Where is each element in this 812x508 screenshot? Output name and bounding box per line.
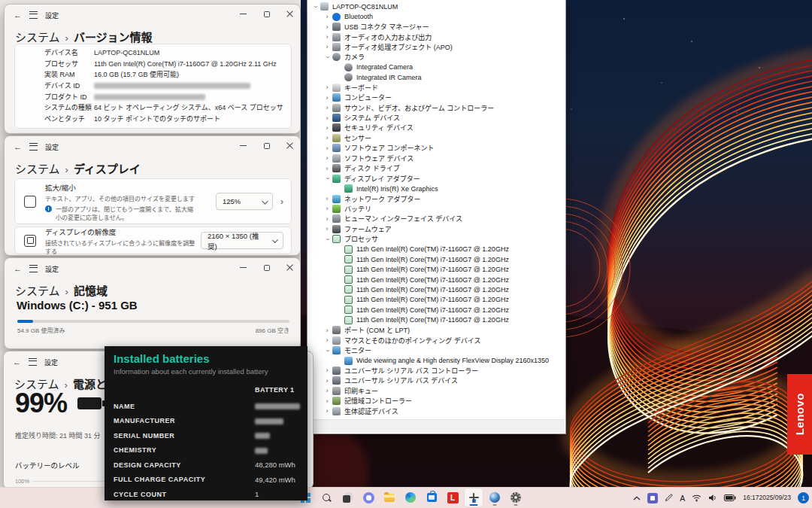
device-tree-item[interactable]: LAPTOP-QC81NLUM — [308, 2, 565, 11]
device-tree-item[interactable]: Bluetooth — [308, 11, 565, 21]
back-icon[interactable]: ← — [14, 143, 22, 151]
device-tree-item[interactable]: ネットワーク アダプター — [308, 193, 565, 203]
expand-chevron-icon[interactable] — [323, 367, 331, 374]
menu-icon[interactable] — [29, 143, 38, 151]
search-button[interactable] — [317, 488, 335, 506]
device-tree-item[interactable]: サウンド、ビデオ、およびゲーム コントローラー — [308, 102, 565, 112]
nav-chevron-icon[interactable]: › — [280, 196, 283, 207]
device-tree-item[interactable]: ソフトウェア デバイス — [308, 154, 565, 163]
device-tree-item[interactable]: Intel(R) Iris(R) Xe Graphics — [308, 184, 565, 193]
device-tree-item[interactable]: プロセッサ — [308, 234, 565, 244]
device-tree-item[interactable]: USB コネクタ マネージャー — [308, 22, 565, 32]
ime-indicator[interactable]: A — [680, 494, 685, 503]
notification-badge[interactable]: 1 — [798, 492, 809, 503]
back-icon[interactable]: ← — [13, 358, 21, 366]
chat-button[interactable] — [359, 488, 377, 506]
lenovo-button[interactable]: L — [444, 488, 462, 506]
minimize-button[interactable] — [239, 263, 247, 272]
device-tree-item[interactable]: ソフトウェア コンポーネント — [308, 143, 565, 153]
expand-chevron-icon[interactable] — [323, 175, 331, 182]
device-tree-item[interactable]: Integrated Camera — [308, 62, 565, 72]
device-tree-item[interactable]: ディスク ドライブ — [308, 163, 565, 173]
explorer-button[interactable] — [380, 488, 398, 506]
expand-chevron-icon[interactable] — [323, 33, 331, 41]
menu-icon[interactable] — [29, 358, 37, 366]
menu-icon[interactable] — [29, 265, 38, 272]
device-tree-item[interactable]: ファームウェア — [308, 224, 565, 234]
resolution-dropdown[interactable]: 2160 × 1350 (推奨) — [201, 232, 283, 249]
device-tree-item[interactable]: キーボード — [308, 83, 565, 93]
expand-chevron-icon[interactable] — [323, 144, 331, 152]
snip-button[interactable] — [465, 488, 483, 506]
expand-chevron-icon[interactable] — [323, 23, 331, 31]
scale-dropdown[interactable]: 125% — [216, 193, 273, 210]
device-tree-item[interactable]: 11th Gen Intel(R) Core(TM) i7-1160G7 @ 1… — [308, 245, 565, 254]
device-tree-item[interactable]: 生体認証デバイス — [308, 406, 565, 416]
maximize-button[interactable] — [262, 263, 271, 272]
expand-chevron-icon[interactable] — [323, 407, 331, 415]
expand-chevron-icon[interactable] — [323, 124, 331, 132]
expand-chevron-icon[interactable] — [323, 327, 331, 334]
edge-button[interactable] — [401, 488, 420, 506]
volume-icon[interactable] — [708, 494, 717, 502]
device-tree-item[interactable]: 11th Gen Intel(R) Core(TM) i7-1160G7 @ 1… — [308, 295, 565, 305]
back-icon[interactable]: ← — [14, 11, 22, 19]
device-tree-item[interactable]: モニター — [308, 345, 565, 355]
expand-chevron-icon[interactable] — [323, 94, 331, 102]
device-tree-item[interactable]: ポート (COM と LPT) — [308, 325, 565, 335]
device-tree-item[interactable]: センサー — [308, 133, 565, 143]
menu-icon[interactable] — [29, 11, 38, 19]
device-tree-item[interactable]: 11th Gen Intel(R) Core(TM) i7-1160G7 @ 1… — [308, 315, 565, 325]
expand-chevron-icon[interactable] — [311, 3, 319, 11]
device-tree-item[interactable]: ヒューマン インターフェイス デバイス — [308, 214, 565, 224]
device-tree-item[interactable]: オーディオの入力および出力 — [308, 32, 565, 41]
breadcrumb-root[interactable]: システム — [15, 160, 60, 176]
device-tree-item[interactable]: 11th Gen Intel(R) Core(TM) i7-1160G7 @ 1… — [308, 254, 565, 264]
device-tree-item[interactable]: ディスプレイ アダプター — [308, 173, 565, 183]
device-tree-item[interactable]: システム デバイス — [308, 113, 565, 123]
device-tree-item[interactable]: セキュリティ デバイス — [308, 123, 565, 132]
expand-chevron-icon[interactable] — [323, 104, 331, 111]
device-tree-item[interactable]: コンピューター — [308, 93, 565, 102]
close-button[interactable] — [286, 141, 294, 150]
store-button[interactable] — [423, 488, 441, 506]
expand-chevron-icon[interactable] — [323, 195, 331, 202]
device-tree-item[interactable]: 記憶域コントローラー — [308, 396, 565, 406]
expand-chevron-icon[interactable] — [323, 165, 331, 172]
maximize-button[interactable] — [262, 10, 271, 18]
device-tree-item[interactable]: Wide viewing angle & High density FlexVi… — [308, 355, 565, 365]
taskview-button[interactable] — [338, 488, 356, 506]
minimize-button[interactable] — [239, 10, 247, 18]
minimize-button[interactable] — [239, 141, 247, 150]
battery-tray-icon[interactable] — [724, 494, 736, 501]
taskbar-clock[interactable]: 16:17 2025/09/23 — [743, 494, 791, 502]
device-tree-item[interactable]: バッテリ — [308, 204, 565, 214]
expand-chevron-icon[interactable] — [323, 154, 331, 162]
pen-tray-icon[interactable] — [665, 494, 673, 502]
expand-chevron-icon[interactable] — [323, 387, 331, 394]
breadcrumb-root[interactable]: システム — [15, 282, 60, 298]
expand-chevron-icon[interactable] — [323, 336, 331, 344]
close-button[interactable] — [286, 10, 294, 18]
device-tree-item[interactable]: 11th Gen Intel(R) Core(TM) i7-1160G7 @ 1… — [308, 264, 565, 274]
expand-chevron-icon[interactable] — [323, 215, 331, 223]
expand-chevron-icon[interactable] — [323, 397, 331, 405]
device-tree-item[interactable]: ユニバーサル シリアル バス コントローラー — [308, 366, 565, 376]
scale-setting-row[interactable]: 拡大/縮小 テキスト、アプリ、その他の項目のサイズを変更します 一部のアプリは、… — [14, 178, 292, 224]
device-tree-item[interactable]: オーディオ処理オブジェクト (APO) — [308, 42, 565, 52]
device-tree-item[interactable]: 11th Gen Intel(R) Core(TM) i7-1160G7 @ 1… — [308, 275, 565, 284]
breadcrumb-root[interactable]: システム — [15, 29, 60, 44]
close-button[interactable] — [286, 263, 294, 272]
maximize-button[interactable] — [262, 141, 271, 150]
device-tree-item[interactable]: Integrated IR Camera — [308, 72, 565, 82]
teams-tray-icon[interactable] — [647, 493, 658, 503]
expand-chevron-icon[interactable] — [323, 134, 331, 141]
device-tree-item[interactable]: ユニバーサル シリアル バス デバイス — [308, 376, 565, 385]
device-tree-item[interactable]: 11th Gen Intel(R) Core(TM) i7-1160G7 @ 1… — [308, 284, 565, 294]
monitor-tool-button[interactable] — [486, 488, 504, 506]
expand-chevron-icon[interactable] — [323, 236, 331, 243]
expand-chevron-icon[interactable] — [323, 205, 331, 212]
wifi-icon[interactable] — [692, 494, 701, 502]
expand-chevron-icon[interactable] — [323, 114, 331, 122]
device-tree-item[interactable]: カメラ — [308, 52, 565, 62]
